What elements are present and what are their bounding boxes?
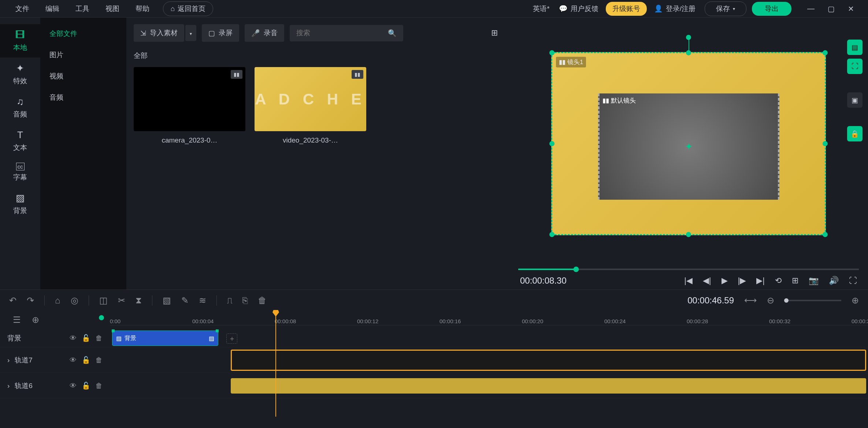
visibility-icon[interactable]: 👁 [70, 334, 77, 342]
resize-handle[interactable] [823, 232, 828, 237]
inner-preview[interactable]: ▮▮ 默认镜头 ✦ [598, 93, 779, 200]
import-dropdown[interactable]: ▾ [185, 25, 196, 41]
tab-local[interactable]: 🎞 本地 [0, 24, 40, 58]
maximize-button[interactable]: ▢ [821, 4, 841, 13]
align-button[interactable]: ⎍ [227, 295, 232, 306]
next-button[interactable]: ▶| [756, 276, 765, 285]
filecat-video[interactable]: 视频 [40, 66, 126, 87]
minimize-button[interactable]: — [801, 4, 821, 13]
track-label: 轨道6 [15, 381, 64, 391]
filecat-image[interactable]: 图片 [40, 44, 126, 66]
resize-handle[interactable] [823, 50, 828, 55]
filecat-all[interactable]: 全部文件 [40, 23, 126, 44]
copy-button[interactable]: ⎘ [242, 295, 248, 306]
menu-help[interactable]: 帮助 [127, 4, 157, 14]
chevron-right-icon[interactable]: › [7, 356, 10, 364]
close-button[interactable]: ✕ [841, 4, 861, 13]
loop-button[interactable]: ⟲ [775, 276, 782, 285]
record-audio-button[interactable]: 🎤 录音 [245, 24, 284, 42]
tab-audio[interactable]: ♫ 音频 [0, 91, 40, 124]
track-settings-button[interactable]: ☰ [13, 315, 21, 325]
menu-file[interactable]: 文件 [7, 4, 37, 14]
search-input-container[interactable]: 🔍 [290, 25, 403, 41]
resize-handle[interactable] [549, 232, 554, 237]
save-button[interactable]: 保存 ▾ [705, 1, 746, 16]
menu-edit[interactable]: 编辑 [37, 4, 67, 14]
fit-button[interactable]: ⟷ [744, 295, 757, 306]
tab-caption[interactable]: cc 字幕 [0, 158, 40, 187]
selected-clip[interactable] [231, 350, 866, 371]
menu-tools[interactable]: 工具 [67, 4, 97, 14]
magnet-button[interactable]: ⌂ [55, 295, 60, 306]
progress-handle[interactable] [574, 267, 579, 272]
trash-icon[interactable]: 🗑 [96, 334, 103, 342]
delete-button[interactable]: 🗑 [258, 295, 267, 306]
resize-handle[interactable] [686, 50, 691, 55]
menu-view[interactable]: 视图 [97, 4, 127, 14]
ruler-mark: 00:00:16 [439, 318, 461, 324]
tab-background[interactable]: ▨ 背景 [0, 187, 40, 221]
zoom-handle[interactable] [784, 298, 789, 303]
grid-view-button[interactable]: ⊞ [487, 24, 502, 42]
search-input[interactable] [296, 29, 351, 37]
zoom-out-button[interactable]: ⊖ [767, 295, 774, 306]
mask-button[interactable]: ▧ [163, 295, 171, 306]
feedback-button[interactable]: 💬 用户反馈 [559, 4, 598, 14]
media-item[interactable]: ▮▮ video_2023-03-… [255, 67, 366, 144]
volume-button[interactable]: 🔊 [829, 276, 839, 285]
trash-icon[interactable]: 🗑 [96, 382, 103, 390]
upgrade-button[interactable]: 升级账号 [606, 2, 647, 16]
media-item[interactable]: ▮▮ camera_2023-0… [134, 67, 245, 144]
lock-icon[interactable]: 🔓 [82, 381, 90, 390]
lock-icon[interactable]: 🔓 [82, 334, 90, 342]
home-button[interactable]: ⌂ 返回首页 [163, 1, 213, 16]
login-button[interactable]: 👤 登录/注册 [654, 4, 695, 14]
crop-clip-button[interactable]: ✂ [118, 295, 125, 306]
step-fwd-button[interactable]: |▶ [738, 276, 746, 285]
export-button[interactable]: 导出 [752, 2, 791, 16]
chevron-down-icon: ▾ [190, 31, 192, 36]
visibility-icon[interactable]: 👁 [70, 382, 77, 390]
video-clip[interactable] [231, 378, 866, 394]
bg-clip-label: 背景 [125, 335, 136, 342]
split-button[interactable]: ◫ [99, 295, 108, 306]
grid-guide-button[interactable]: ⊞ [792, 276, 798, 285]
prev-button[interactable]: |◀ [684, 276, 693, 285]
undo-button[interactable]: ↶ [9, 295, 16, 306]
resize-handle[interactable] [823, 141, 828, 146]
filecat-audio[interactable]: 音频 [40, 87, 126, 108]
zoom-slider[interactable] [784, 300, 841, 301]
import-button[interactable]: ⇲ 导入素材 [134, 24, 184, 42]
redo-button[interactable]: ↷ [27, 295, 34, 306]
resize-handle[interactable] [549, 141, 554, 146]
chevron-right-icon[interactable]: › [7, 382, 10, 390]
tab-text[interactable]: T 文本 [0, 124, 40, 158]
step-back-button[interactable]: ◀| [703, 276, 711, 285]
tab-fx[interactable]: ✦ 特效 [0, 58, 40, 91]
edit-button[interactable]: ✎ [181, 295, 189, 306]
fullscreen-button[interactable]: ⛶ [849, 276, 857, 285]
media-filename: video_2023-03-… [255, 136, 366, 144]
lock-icon[interactable]: 🔓 [82, 356, 90, 364]
mirror-button[interactable]: ⧗ [136, 295, 142, 306]
in-marker[interactable] [99, 315, 104, 320]
snapshot-button[interactable]: 📷 [809, 276, 819, 285]
record-screen-button[interactable]: ▢ 录屏 [202, 24, 239, 42]
layers-button[interactable]: ≋ [199, 295, 206, 306]
mic-icon: 🎤 [251, 29, 260, 37]
timeline-timecode: 00:00:46.59 [687, 295, 734, 306]
playhead[interactable] [275, 311, 276, 417]
play-button[interactable]: ▶ [722, 276, 728, 285]
resize-handle[interactable] [686, 232, 691, 237]
zoom-in-button[interactable]: ⊕ [852, 295, 859, 306]
rotate-handle[interactable] [686, 35, 691, 40]
visibility-icon[interactable]: 👁 [70, 356, 77, 364]
bg-clip[interactable]: ▨ 背景 ▨ [112, 331, 218, 346]
target-button[interactable]: ◎ [71, 295, 78, 306]
trash-icon[interactable]: 🗑 [96, 356, 103, 364]
add-track-button[interactable]: ⊕ [32, 315, 39, 325]
preview-progress[interactable] [518, 269, 859, 270]
preview-frame[interactable]: ▮▮ 镜头1 ▮▮ 默认镜头 ✦ [551, 52, 826, 235]
resize-handle[interactable] [549, 50, 554, 55]
add-clip-button[interactable]: ＋ [226, 333, 237, 344]
